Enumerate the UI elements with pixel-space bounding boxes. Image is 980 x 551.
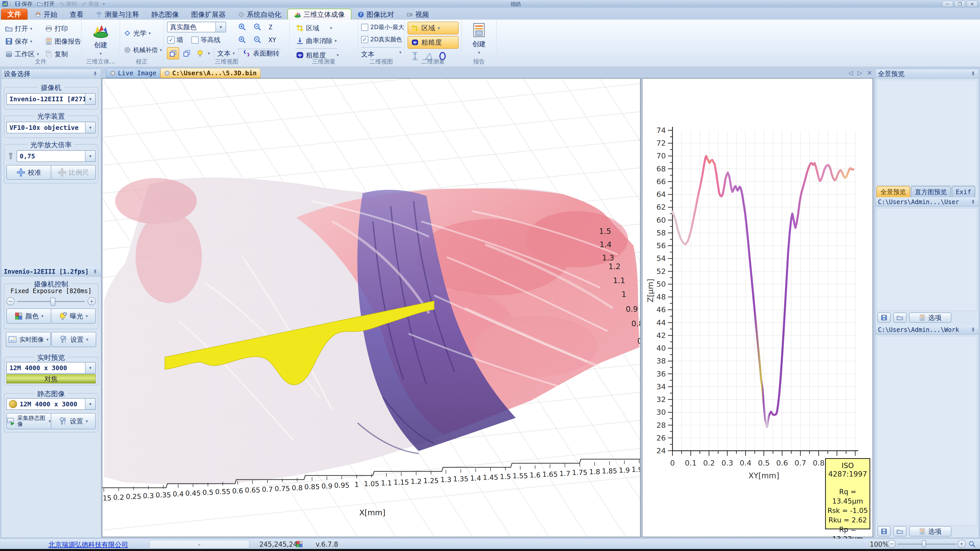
company-link[interactable]: 北京瑞源弘德科技有限公司 (48, 540, 128, 549)
close-button[interactable]: ✕ (967, 1, 977, 7)
slider-minus-button[interactable]: − (6, 297, 14, 305)
color-picker-icon[interactable] (296, 540, 303, 548)
tab-3d-imaging[interactable]: 三维立体成像 (287, 9, 352, 20)
open-button[interactable]: 打开▾ (5, 23, 32, 35)
curvature-removal-button[interactable]: 曲率消除▾ (296, 35, 337, 49)
doc-tab-live-image[interactable]: Live Image (106, 68, 160, 78)
capture-still-button[interactable]: 采集静态图像▾ (6, 413, 51, 429)
tab-view[interactable]: 查看 (64, 9, 89, 20)
save-button[interactable]: 保存▾ (5, 35, 32, 47)
tab-video[interactable]: 视频 (400, 9, 435, 20)
profile-chart-panel[interactable]: 2426283032343638404244464850525456586062… (642, 78, 873, 537)
close-tab-icon[interactable] (110, 70, 116, 76)
focus-bar[interactable]: 对焦 (6, 374, 96, 383)
region-2d-button[interactable]: 区域▾ (407, 22, 458, 35)
zoom-in-xy-icon[interactable] (238, 35, 247, 44)
quickaccess-open-button[interactable]: 打开 (37, 0, 55, 7)
pin-icon[interactable] (92, 71, 98, 77)
roughness-2d-button[interactable]: 粗糙度 (407, 36, 458, 49)
tab-image-extender[interactable]: 图像扩展器 (185, 9, 232, 20)
surface-flip-button[interactable]: 表面翻转 (253, 49, 280, 58)
still-resolution-combo[interactable]: 12M 4000 x 3000 ▾ (6, 398, 96, 410)
minimize-button[interactable]: ─ (942, 1, 953, 7)
still-settings-button[interactable]: 设置▾ (51, 413, 96, 429)
iso-results-box[interactable]: ISO 4287:1997 Rq = 13.45μmRsk = -1.05Rku… (825, 458, 870, 529)
tab-measure-annotate[interactable]: 测量与注释 (89, 9, 145, 20)
render-mode-combo[interactable]: 真实颜色 ▾ (167, 22, 226, 32)
text-button[interactable]: 文本 (218, 49, 231, 58)
panorama-header[interactable]: 全景预览 (875, 69, 979, 79)
combo-dropdown-arrow[interactable]: ▾ (215, 22, 226, 32)
quickaccess-redo-button[interactable]: 重做 (81, 0, 99, 7)
image-report-button[interactable]: 图像报告 (45, 35, 81, 47)
tab-home[interactable]: 开始 (29, 9, 64, 20)
tab-scroll-right-icon[interactable]: ▷ (858, 69, 862, 76)
tab-image-compare[interactable]: 图像比对 (352, 9, 400, 20)
options-button[interactable]: 选项 (909, 526, 951, 537)
wall-checkbox[interactable]: ✓墙 (167, 35, 183, 44)
scalebar-button[interactable]: 比例尺 (51, 165, 96, 180)
close-tab-icon[interactable] (164, 70, 170, 76)
device-panel-header[interactable]: 设备选择 (1, 69, 101, 79)
combo-dropdown-arrow[interactable]: ▾ (85, 399, 95, 410)
print-button[interactable]: 打印 (45, 23, 68, 35)
2d-minmax-checkbox[interactable]: 2D最小-最大 (361, 23, 404, 31)
quickaccess-undo-button[interactable]: 撤销 (59, 0, 77, 7)
zoom-out-button[interactable]: − (888, 540, 896, 548)
zoom-in-z-icon[interactable] (238, 23, 247, 32)
zoom-track[interactable] (897, 544, 956, 545)
objective-combo[interactable]: VF10-10x objective ▾ (6, 122, 96, 133)
tab-close-icon[interactable]: ✕ (867, 69, 872, 76)
light-dropdown[interactable]: ▾ (208, 51, 210, 56)
create-report-button[interactable]: 创建 ▾ (462, 22, 496, 55)
status-field[interactable]: - (149, 540, 249, 548)
tab-file[interactable]: 文件 (1, 9, 27, 20)
options-button[interactable]: 选项 (909, 313, 951, 323)
zoom-out-z-icon[interactable] (253, 23, 262, 32)
pin-icon[interactable] (970, 327, 976, 333)
text-dropdown[interactable]: ▾ (233, 51, 235, 56)
tab-exif[interactable]: Exif (952, 186, 975, 197)
live-resolution-combo[interactable]: 12M 4000 x 3000 ▾ (6, 362, 96, 374)
text-2d-button[interactable]: 文本▾ (361, 50, 401, 59)
combo-dropdown-arrow[interactable]: ▾ (85, 122, 95, 133)
work-file-area[interactable] (877, 336, 977, 525)
open-folder-button[interactable] (893, 526, 907, 537)
magnifier-icon[interactable] (968, 540, 976, 548)
mechanical-compensation-button[interactable]: 机械补偿▾ (124, 44, 162, 56)
panorama-preview-area[interactable] (877, 80, 977, 186)
create-3d-button[interactable]: 创建 ▾ (82, 22, 120, 56)
tab-histogram-preview[interactable]: 直方图预览 (911, 186, 951, 197)
user-file-area[interactable] (877, 208, 977, 311)
magnification-combo[interactable]: 0,75 ▾ (17, 150, 96, 162)
exposure-button[interactable]: 曝光▾ (51, 308, 96, 324)
optical-button[interactable]: 光学▾ (124, 27, 151, 39)
zoom-out-xy-icon[interactable] (253, 35, 262, 44)
pin-icon[interactable] (970, 71, 976, 77)
live-image-button[interactable]: 实时图像▾ (6, 332, 51, 347)
doc-tab-3d-file[interactable]: C:\Users\A...\5.3D.bin (160, 68, 261, 78)
work-folder-header[interactable]: C:\Users\Admin...\Work (875, 325, 979, 335)
tab-scroll-left-icon[interactable]: ◁ (848, 69, 853, 76)
calibrate-button[interactable]: 校准 (6, 165, 51, 180)
user-folder-header[interactable]: C:\Users\Admin...\User (875, 197, 979, 207)
quickaccess-save-button[interactable]: 保存 (15, 0, 32, 7)
zoom-in-button[interactable]: + (958, 540, 966, 548)
camera-combo[interactable]: Invenio-12EIII [#27141] ▾ (6, 93, 96, 105)
zoom-thumb[interactable] (922, 540, 926, 548)
2d-truecolor-checkbox[interactable]: ✓2D真实颜色 (361, 35, 402, 43)
combo-dropdown-arrow[interactable]: ▾ (85, 362, 95, 373)
pin-icon[interactable] (92, 268, 98, 275)
exposure-slider[interactable]: − + (6, 297, 96, 306)
tab-still-image[interactable]: 静态图像 (145, 9, 185, 20)
tab-panorama-preview[interactable]: 全景预览 (877, 186, 910, 197)
restore-button[interactable]: ❐ (955, 1, 965, 7)
slider-plus-button[interactable]: + (88, 297, 96, 305)
surface-flip-icon[interactable] (242, 49, 251, 58)
cube-iso-view-button[interactable] (181, 48, 192, 59)
slider-thumb[interactable] (50, 298, 56, 306)
open-folder-button[interactable] (893, 313, 907, 323)
contour-checkbox[interactable]: 等高线 (191, 35, 221, 44)
combo-dropdown-arrow[interactable]: ▾ (85, 151, 95, 162)
tab-system-automation[interactable]: 系统自动化 (232, 9, 287, 20)
